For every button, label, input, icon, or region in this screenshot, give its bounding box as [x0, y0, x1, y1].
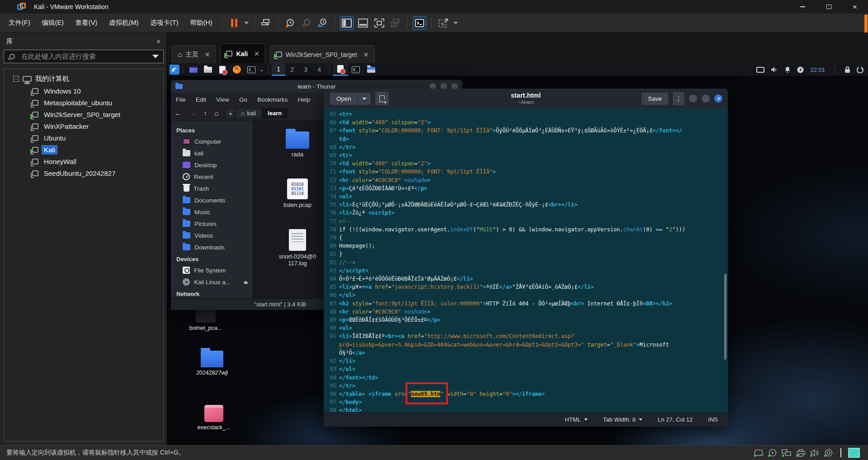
vm-display[interactable]: $_ ⌄ 1234 $_ 22:01 botnet_pca... [167, 63, 868, 445]
desktop-icon-execstack[interactable]: execstack_... [189, 405, 239, 431]
vm-item-Kali[interactable]: Kali [4, 144, 163, 155]
display-status-icon[interactable] [756, 67, 764, 73]
pause-button[interactable] [227, 16, 241, 30]
file-snort-0204-0117-log[interactable]: snort-0204@0117.log [270, 229, 325, 267]
thunar-menu-help[interactable]: Help [293, 96, 316, 103]
tab-Win2kServer_SP0_target[interactable]: Win2kServer_SP0_target✕ [270, 45, 375, 63]
console-view-toggle[interactable] [356, 16, 370, 30]
vm-item-WinXPattacker[interactable]: WinXPattacker [4, 120, 163, 132]
network-adapter-tray-icon[interactable] [782, 448, 792, 457]
snapshot-take-button[interactable] [283, 16, 297, 30]
tree-expander-icon[interactable]: − [13, 76, 19, 82]
vm-item-Windows 10[interactable]: Windows 10 [4, 85, 163, 97]
power-manager-icon[interactable] [797, 66, 804, 73]
kali-menu-icon[interactable] [170, 65, 179, 75]
vm-item-Metasploitable_ubuntu[interactable]: Metasploitable_ubuntu [4, 97, 163, 108]
place-item-kali-linux-a-[interactable]: Kali Linux a...⏏ [171, 276, 253, 288]
send-ctrl-alt-del-button[interactable] [259, 16, 273, 30]
virtual-terminal-toggle[interactable] [413, 16, 426, 30]
menu-item[interactable]: 帮助(H) [184, 14, 218, 33]
forward-icon[interactable]: → [185, 109, 200, 117]
firefox-launcher-icon[interactable] [231, 64, 242, 75]
workspace-2[interactable]: 2 [285, 63, 299, 76]
search-dropdown-icon[interactable] [152, 55, 159, 58]
notifications-bell-icon[interactable] [784, 66, 791, 73]
cd-rom-tray-icon[interactable] [768, 448, 778, 457]
close-button[interactable]: ✕ [842, 0, 868, 14]
vm-item-Win2kServer_SP0_target[interactable]: Win2kServer_SP0_target [4, 108, 163, 120]
tab-主页[interactable]: ⌂主页✕ [172, 45, 216, 63]
task-terminal[interactable]: $_ [348, 63, 363, 76]
menu-item[interactable]: 选项卡(T) [144, 14, 184, 33]
library-close-icon[interactable]: × [156, 38, 160, 45]
text-editor-launcher-icon[interactable] [217, 64, 228, 75]
editor-close-button[interactable]: ✕ [714, 94, 722, 103]
vm-item-SeedUbuntu_20242827[interactable]: SeedUbuntu_20242827 [4, 167, 163, 179]
place-item-videos[interactable]: Videos [171, 230, 253, 241]
editor-scrollbar[interactable] [724, 274, 726, 360]
lock-icon[interactable] [844, 66, 850, 73]
path-scroll-left-icon[interactable]: ◂ [225, 108, 235, 118]
tab-close-icon[interactable]: ✕ [205, 51, 210, 58]
minimize-button[interactable] [789, 0, 816, 14]
fit-window-button[interactable]: % [437, 16, 450, 30]
place-item-recent[interactable]: Recent [171, 171, 253, 183]
filetype-dropdown[interactable]: HTML [565, 416, 587, 423]
open-dropdown-icon[interactable] [358, 93, 371, 105]
editor-maximize-button[interactable] [702, 94, 710, 103]
path-segment-learn[interactable]: learn [262, 108, 288, 118]
menu-item[interactable]: 虚拟机(M) [103, 14, 144, 33]
place-item-documents[interactable]: Documents [171, 194, 253, 206]
editor-header-bar[interactable]: start.html ~/learn Open Save ⋮ ✕ [324, 89, 728, 108]
menu-item[interactable]: 查看(V) [70, 14, 103, 33]
path-segment-kali[interactable]: ⌂kali [235, 108, 262, 118]
workspace-1[interactable]: 1 [272, 63, 285, 76]
file-listen-pcap[interactable]: 010100110101110listen.pcap [270, 178, 325, 208]
eject-icon[interactable]: ⏏ [244, 279, 248, 285]
place-item-desktop[interactable]: Desktop [171, 159, 253, 171]
fullscreen-button[interactable] [373, 16, 386, 30]
show-library-toggle[interactable] [340, 16, 354, 30]
workspace-4[interactable]: 4 [312, 63, 326, 76]
home-icon[interactable]: ⌂ [211, 109, 222, 117]
up-icon[interactable]: ↑ [200, 109, 211, 117]
usb-device-tray-icon[interactable] [824, 448, 834, 457]
maximize-button[interactable] [816, 0, 842, 14]
task-text-editor[interactable] [333, 63, 348, 76]
library-search-input[interactable]: 在此处键入内容进行搜索 [4, 50, 164, 63]
tab-width-dropdown[interactable]: Tab Width: 8 [603, 416, 642, 423]
vm-item-Ubuntu[interactable]: Ubuntu [4, 132, 163, 144]
tab-Kali[interactable]: Kali✕ [220, 43, 265, 63]
vmware-message-icon[interactable] [848, 448, 860, 458]
menu-item[interactable]: 编辑(E) [36, 14, 70, 33]
menu-item[interactable]: 文件(F) [3, 14, 36, 33]
tab-close-icon[interactable]: ✕ [254, 50, 259, 57]
terminal-launcher-icon[interactable]: $_ [246, 64, 257, 75]
thunar-menu-bookmarks[interactable]: Bookmarks [252, 96, 293, 103]
save-button[interactable]: Save [642, 93, 668, 105]
vm-item-HoneyWall[interactable]: HoneyWall [4, 155, 163, 167]
place-item-trash[interactable]: Trash [171, 183, 253, 194]
chevron-down-icon[interactable]: ⌄ [259, 66, 264, 73]
place-item-computer[interactable]: Computer [171, 136, 253, 147]
file-rada[interactable]: rada [270, 131, 325, 158]
task-file-manager[interactable] [363, 63, 379, 76]
thunar-menu-view[interactable]: View [211, 96, 234, 103]
thunar-menu-file[interactable]: File [171, 96, 191, 103]
editor-minimize-button[interactable] [689, 94, 697, 103]
place-item-downloads[interactable]: Downloads [171, 241, 253, 253]
place-item-file-system[interactable]: File System [171, 264, 253, 276]
thunar-menu-edit[interactable]: Edit [191, 96, 211, 103]
tree-root-my-computer[interactable]: − 我的计算机 [4, 73, 163, 85]
fit-window-button-dropdown-icon[interactable] [453, 22, 458, 24]
thunar-menu-go[interactable]: Go [234, 96, 252, 103]
new-document-button[interactable] [375, 92, 389, 105]
file-manager-launcher-icon[interactable] [203, 64, 213, 75]
desktop-icon-20242827wjl[interactable]: 20242827wjl [187, 351, 237, 376]
workspace-3[interactable]: 3 [299, 63, 312, 76]
place-item-pictures[interactable]: Pictures [171, 218, 253, 230]
display-launcher-icon[interactable] [188, 64, 199, 75]
snapshot-manager-button[interactable] [316, 16, 330, 30]
menu-kebab-icon[interactable]: ⋮ [673, 92, 684, 105]
hard-disk-tray-icon[interactable] [754, 448, 764, 457]
